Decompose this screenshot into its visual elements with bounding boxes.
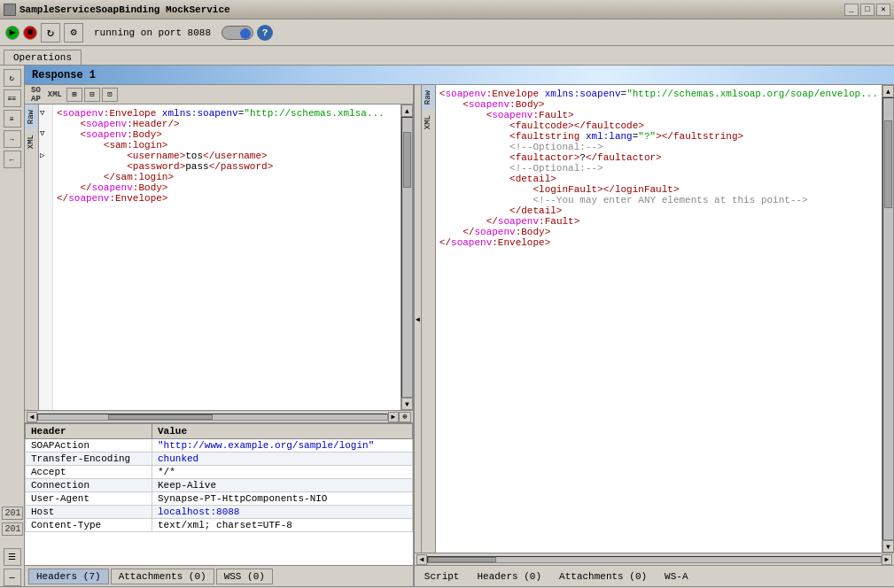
right-xml-pre: <soapenv:Envelope xmlns:soapenv="http://…	[439, 89, 878, 248]
right-xml-content[interactable]: <soapenv:Envelope xmlns:soapenv="http://…	[436, 85, 882, 553]
headers-section: Header Value SOAPAction"http://www.examp…	[25, 422, 413, 586]
bottom-tab-bar-left: Headers (7)Attachments (0)WSS (0)	[25, 565, 413, 586]
hscroll-left[interactable]: ◀	[27, 412, 37, 422]
sidebar-dash-icon[interactable]: —	[4, 569, 21, 586]
main-layout: ↻ ≡≡ ≡ → ← 201 201 ☰ — Response 1 SOAP X…	[0, 66, 894, 586]
table-row: Accept*/*	[26, 466, 413, 479]
left-pane: SOAP XML ⊞ ⊟ ⊡ Raw XML	[25, 85, 415, 586]
vscroll-up[interactable]: ▲	[401, 104, 413, 117]
sidebar-icon-4[interactable]: ←	[4, 151, 21, 168]
right-vscroll: ▲ ▼	[882, 85, 894, 553]
table-row: Content-Typetext/xml; charset=UTF-8	[26, 519, 413, 532]
value-cell: localhost:8088	[152, 506, 413, 519]
value-cell: "http://www.example.org/sample/login"	[152, 439, 413, 453]
left-xml-content[interactable]: <soapenv:Envelope xmlns:soapenv="http://…	[53, 104, 400, 410]
left-hscroll: ◀ ▶ ⊕	[25, 410, 413, 422]
collapse-right-btn[interactable]: ◀	[415, 85, 422, 553]
left-editor-scroll: Raw XML ▽ ▽ ▷ <soapenv:Envelope xmlns:so…	[25, 104, 413, 422]
right-hscroll-thumb	[428, 557, 496, 562]
title-bar-buttons: _ □ ✕	[844, 4, 890, 16]
start-button[interactable]: ▶	[5, 26, 19, 40]
vscroll-down[interactable]: ▼	[401, 398, 413, 410]
num-marker-1[interactable]: 201	[2, 507, 23, 520]
bottom-tab-right-0[interactable]: Script	[418, 569, 466, 584]
left-xml-pre: <soapenv:Envelope xmlns:soapenv="http://…	[57, 108, 397, 204]
operations-tab-bar: Operations	[0, 46, 894, 66]
sidebar-menu-icon[interactable]: ☰	[4, 548, 21, 566]
table-row: User-AgentSynapse-PT-HttpComponents-NIO	[26, 492, 413, 506]
content-area: Response 1 SOAP XML ⊞ ⊟ ⊡	[25, 66, 894, 586]
sidebar-icon-2[interactable]: ≡	[4, 110, 21, 128]
right-vscroll-track[interactable]	[882, 97, 894, 540]
num-marker-2[interactable]: 201	[2, 522, 23, 536]
bottom-tab-left-2[interactable]: WSS (0)	[216, 569, 273, 584]
right-xml-main: <soapenv:Envelope xmlns:soapenv="http://…	[436, 85, 894, 553]
left-xml-wrapper: Raw XML ▽ ▽ ▷ <soapenv:Envelope xmlns:so…	[25, 104, 413, 410]
value-cell: */*	[152, 466, 413, 479]
header-cell: Content-Type	[26, 519, 152, 532]
header-col-header: Header	[26, 424, 152, 439]
bottom-tab-left-1[interactable]: Attachments (0)	[111, 569, 214, 584]
header-cell: Transfer-Encoding	[26, 453, 152, 466]
right-pane: ◀ Raw XML <soapenv:Envelope xmlns:soapen…	[415, 85, 894, 586]
table-row: SOAPAction"http://www.example.org/sample…	[26, 439, 413, 453]
raw-tab-left[interactable]: Raw	[25, 104, 38, 129]
bottom-tab-left-0[interactable]: Headers (7)	[28, 569, 109, 584]
close-button[interactable]: ✕	[876, 4, 890, 16]
minimize-button[interactable]: _	[844, 4, 859, 16]
right-hscroll: ◀ ▶	[415, 553, 894, 565]
header-cell: Accept	[26, 466, 152, 479]
xml-tab-left[interactable]: XML	[25, 129, 38, 154]
status-text: running on port 8088	[94, 27, 211, 38]
headers-table-wrapper: Header Value SOAPAction"http://www.examp…	[25, 423, 413, 565]
hscroll-right[interactable]: ▶	[388, 412, 399, 422]
format-btn[interactable]: ⊡	[102, 88, 118, 102]
raw-tab-right[interactable]: Raw	[422, 85, 435, 110]
right-vscroll-thumb	[884, 120, 892, 209]
tree-toggle-2[interactable]: ▽	[40, 128, 51, 138]
header-col-value: Value	[152, 424, 413, 439]
tree-toggle-1[interactable]: ▽	[40, 108, 51, 118]
table-row: Hostlocalhost:8088	[26, 506, 413, 519]
header-cell: Connection	[26, 479, 152, 492]
right-hscroll-left[interactable]: ◀	[416, 554, 427, 565]
stop-button[interactable]: ■	[23, 26, 37, 40]
bottom-tab-right-1[interactable]: Headers (0)	[470, 569, 548, 584]
value-cell: Synapse-PT-HttpComponents-NIO	[152, 492, 413, 506]
sidebar-icon-1[interactable]: ≡≡	[4, 89, 21, 107]
sidebar-icon-3[interactable]: →	[4, 130, 21, 148]
expand-btn[interactable]: ⊞	[66, 88, 82, 102]
response-header: Response 1	[25, 66, 894, 85]
settings-button[interactable]: ⚙	[64, 23, 83, 43]
right-vscroll-up[interactable]: ▲	[882, 85, 894, 97]
hscroll-thumb	[108, 414, 213, 420]
bottom-tab-right-3[interactable]: WS-A	[658, 569, 694, 584]
operations-tab[interactable]: Operations	[4, 50, 82, 65]
hscroll-zoom[interactable]: ⊕	[399, 412, 411, 422]
value-cell: text/xml; charset=UTF-8	[152, 519, 413, 532]
title-bar-text: SampleServiceSoapBinding MockService	[19, 4, 841, 15]
right-side-tabs: Raw XML	[422, 85, 436, 553]
right-xml-area: ◀ Raw XML <soapenv:Envelope xmlns:soapen…	[415, 85, 894, 553]
collapse-btn[interactable]: ⊟	[84, 88, 100, 102]
vscroll-track[interactable]	[401, 117, 413, 398]
vscroll-thumb	[403, 132, 411, 188]
xml-tab-right[interactable]: XML	[422, 110, 435, 135]
hscroll-track[interactable]	[37, 414, 388, 421]
toggle-switch[interactable]	[222, 26, 253, 40]
bottom-tab-bar-right: ScriptHeaders (0)Attachments (0)WS-A	[415, 565, 894, 586]
bottom-tab-right-2[interactable]: Attachments (0)	[553, 569, 653, 584]
toggle-knob	[240, 28, 251, 39]
table-row: Transfer-Encodingchunked	[26, 453, 413, 466]
maximize-button[interactable]: □	[860, 4, 875, 16]
help-button[interactable]: ?	[257, 25, 273, 41]
table-row: ConnectionKeep-Alive	[26, 479, 413, 492]
tree-toggle-3[interactable]: ▷	[40, 151, 51, 160]
refresh-button[interactable]: ↻	[41, 23, 60, 43]
right-vscroll-down[interactable]: ▼	[882, 540, 894, 553]
sidebar-refresh-icon[interactable]: ↻	[4, 69, 21, 87]
left-vscroll: ▲ ▼	[400, 104, 413, 410]
headers-table: Header Value SOAPAction"http://www.examp…	[25, 423, 413, 532]
right-hscroll-track[interactable]	[427, 556, 882, 563]
right-hscroll-right[interactable]: ▶	[882, 554, 892, 565]
